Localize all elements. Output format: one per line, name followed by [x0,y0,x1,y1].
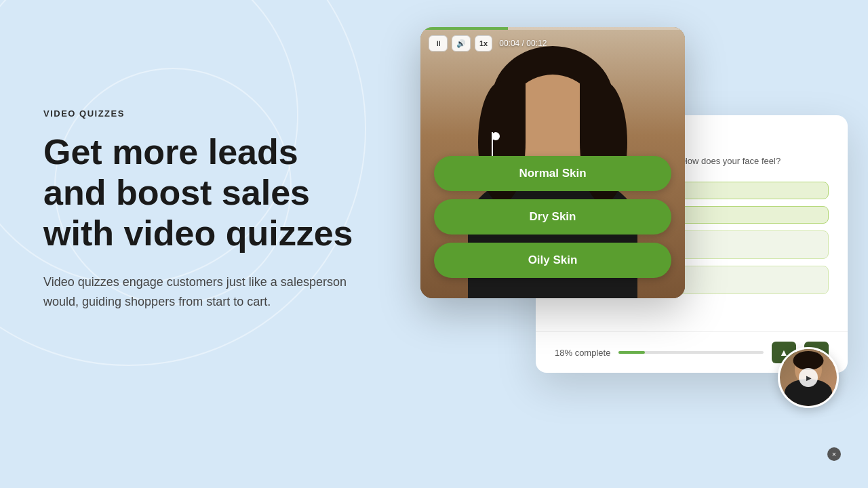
volume-button[interactable]: 🔊 [452,35,471,52]
progress-bar-fill [618,351,644,354]
right-section: ⏸ 🔊 1x 00:04 / 00:12 Normal Skin Dry Ski… [414,27,848,488]
pause-button[interactable]: ⏸ [429,35,448,52]
headline-line3: with video quizzes [43,214,353,253]
section-tag: VIDEO QUIZZES [43,108,396,119]
video-controls: ⏸ 🔊 1x 00:04 / 00:12 [429,35,677,52]
progress-label: 18% complete [555,348,610,358]
left-section: VIDEO QUIZZES Get more leads and boost s… [43,108,396,312]
headline-line2: and boost sales [43,173,310,212]
video-progress-fill [420,27,508,30]
video-thumbnail[interactable]: ▶ [778,347,839,408]
answer-oily-skin[interactable]: Oily Skin [434,243,671,278]
play-triangle: ▶ [806,374,812,382]
headline-line1: Get more leads [43,132,298,171]
video-progress-bar [420,27,685,30]
progress-bar-container [618,351,764,354]
thumb-close-button[interactable]: × [827,447,841,461]
speed-button[interactable]: 1x [475,35,492,52]
answer-dry-skin[interactable]: Dry Skin [434,199,671,235]
earphone-cord [492,132,493,159]
subtext: Video quizzes engage customers just like… [43,272,355,312]
volume-icon: 🔊 [456,39,466,48]
video-card: ⏸ 🔊 1x 00:04 / 00:12 Normal Skin Dry Ski… [420,27,685,298]
video-thumb-background: ▶ [780,349,837,406]
headline: Get more leads and boost sales with vide… [43,132,396,253]
thumb-play-icon[interactable]: ▶ [799,368,818,387]
answer-buttons: Normal Skin Dry Skin Oily Skin [434,156,671,278]
answer-normal-skin[interactable]: Normal Skin [434,156,671,191]
thumb-person-hair [793,351,824,370]
time-display: 00:04 / 00:12 [499,39,547,48]
